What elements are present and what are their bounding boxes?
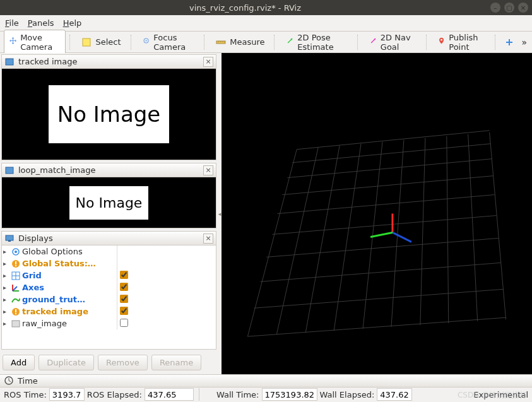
time-row: ROS Time: ROS Elapsed: Wall Time: Wall E… <box>0 387 532 402</box>
svg-line-41 <box>287 159 492 178</box>
displays-tree[interactable]: ▸Global Options ▸Global Status:… ▸Grid ▸… <box>2 245 216 349</box>
panel-header-loop-match[interactable]: loop_match_image × <box>2 163 216 177</box>
tree-item-ground-truth[interactable]: ▸ground_trut… <box>2 293 117 305</box>
checkbox-ground-truth[interactable] <box>120 295 128 303</box>
tracked-image-view: No Image <box>2 69 216 160</box>
svg-line-34 <box>282 176 493 195</box>
checkbox-grid[interactable] <box>120 271 128 279</box>
tool-focus-camera[interactable]: Focus Camera <box>137 30 200 55</box>
panel-close-icon[interactable]: × <box>203 165 213 175</box>
svg-line-45 <box>276 148 318 334</box>
svg-line-37 <box>266 238 498 257</box>
tool-select[interactable]: Select <box>76 34 126 50</box>
panel-close-icon[interactable]: × <box>203 57 213 67</box>
experimental-label: Experimental <box>473 390 528 399</box>
window-title: vins_rviz_config.rviz* - RViz <box>4 3 487 13</box>
tree-item-global-options[interactable]: ▸Global Options <box>2 245 117 257</box>
minimize-icon[interactable]: – <box>490 3 500 13</box>
close-icon[interactable]: × <box>518 3 528 13</box>
menu-panels[interactable]: Panels <box>28 18 54 28</box>
panel-close-icon[interactable]: × <box>203 234 213 244</box>
panel-title: Displays <box>18 234 199 243</box>
tree-item-tracked-image[interactable]: ▸tracked image <box>2 305 117 317</box>
panel-header-displays[interactable]: Displays × <box>2 232 216 245</box>
tool-nav-goal[interactable]: 2D Nav Goal <box>364 30 422 55</box>
tool-publish-point-label: Publish Point <box>449 33 485 52</box>
tree-item-raw-image[interactable]: ▸raw_image <box>2 317 117 329</box>
tool-pose-estimate-label: 2D Pose Estimate <box>297 33 348 52</box>
publish-point-icon <box>438 37 445 47</box>
wall-elapsed-value[interactable] <box>377 388 412 401</box>
ros-elapsed-value[interactable] <box>145 388 194 401</box>
measure-icon <box>216 37 226 47</box>
svg-line-39 <box>254 289 503 308</box>
add-button[interactable]: Add <box>3 355 35 370</box>
no-image-label: No Image <box>49 85 170 143</box>
svg-line-53 <box>490 133 506 319</box>
tree-item-global-status[interactable]: ▸Global Status:… <box>2 257 117 269</box>
tool-nav-goal-label: 2D Nav Goal <box>381 33 417 52</box>
remove-button[interactable]: Remove <box>98 355 148 370</box>
tool-measure[interactable]: Measure <box>210 34 270 50</box>
svg-rect-16 <box>6 167 13 174</box>
no-image-label: No Image <box>69 186 149 220</box>
displays-icon <box>4 234 15 244</box>
checkbox-axes[interactable] <box>120 283 128 291</box>
wall-time-label: Wall Time: <box>216 390 259 399</box>
menu-help[interactable]: Help <box>63 18 82 28</box>
svg-rect-18 <box>8 240 11 242</box>
svg-rect-33 <box>12 321 20 327</box>
wall-time-value[interactable] <box>262 388 317 401</box>
menu-file[interactable]: File <box>5 18 19 28</box>
render-view[interactable] <box>222 53 532 374</box>
toolbar-separator <box>204 35 207 50</box>
svg-line-35 <box>277 195 494 214</box>
svg-line-38 <box>260 263 500 281</box>
svg-rect-22 <box>15 261 16 264</box>
panel-loop-match-image: loop_match_image × No Image <box>1 163 216 228</box>
toolbar-separator <box>131 35 134 50</box>
checkbox-tracked-image[interactable] <box>120 307 128 315</box>
svg-line-56 <box>9 381 11 382</box>
svg-line-50 <box>420 138 425 325</box>
checkbox-raw-image[interactable] <box>120 319 128 327</box>
tool-add[interactable] <box>501 34 517 50</box>
rename-button[interactable]: Rename <box>151 355 201 370</box>
panel-header-tracked-image[interactable]: tracked image × <box>2 55 216 69</box>
svg-line-42 <box>292 144 490 163</box>
axis-x-icon <box>393 232 411 242</box>
tool-move-camera[interactable]: Move Camera <box>4 30 66 55</box>
wall-elapsed-label: Wall Elapsed: <box>320 390 375 399</box>
tool-move-camera-label: Move Camera <box>20 33 60 52</box>
svg-line-46 <box>305 146 340 333</box>
svg-line-40 <box>247 317 505 336</box>
toolbar-separator <box>69 35 73 50</box>
image-icon <box>4 57 15 67</box>
svg-point-20 <box>15 251 17 253</box>
tool-pose-estimate[interactable]: 2D Pose Estimate <box>281 30 353 55</box>
svg-point-2 <box>146 40 147 41</box>
toolbar-separator <box>357 35 360 50</box>
tool-select-label: Select <box>95 37 121 47</box>
ros-elapsed-label: ROS Elapsed: <box>87 390 142 399</box>
ros-time-label: ROS Time: <box>4 390 47 399</box>
time-panel-header[interactable]: Time <box>0 375 532 387</box>
tool-publish-point[interactable]: Publish Point <box>432 30 491 55</box>
window-titlebar: vins_rviz_config.rviz* - RViz – ▢ × <box>0 0 532 15</box>
toolbar-overflow-icon[interactable]: » <box>519 37 529 47</box>
panel-title: loop_match_image <box>18 165 199 175</box>
grid-3d <box>222 53 532 374</box>
maximize-icon[interactable]: ▢ <box>504 3 514 13</box>
pose-estimate-icon <box>287 37 293 47</box>
panel-tracked-image: tracked image × No Image <box>1 54 216 160</box>
svg-line-44 <box>247 150 297 336</box>
svg-rect-15 <box>6 59 13 65</box>
tree-item-axes[interactable]: ▸Axes <box>2 281 117 293</box>
tool-measure-label: Measure <box>230 37 264 47</box>
time-panel: Time ROS Time: ROS Elapsed: Wall Time: W… <box>0 374 532 402</box>
ros-time-value[interactable] <box>49 388 85 401</box>
tree-item-grid[interactable]: ▸Grid <box>2 269 117 281</box>
duplicate-button[interactable]: Duplicate <box>38 355 94 370</box>
main-area: tracked image × No Image loop_match_imag… <box>0 53 532 374</box>
svg-line-36 <box>272 215 496 234</box>
